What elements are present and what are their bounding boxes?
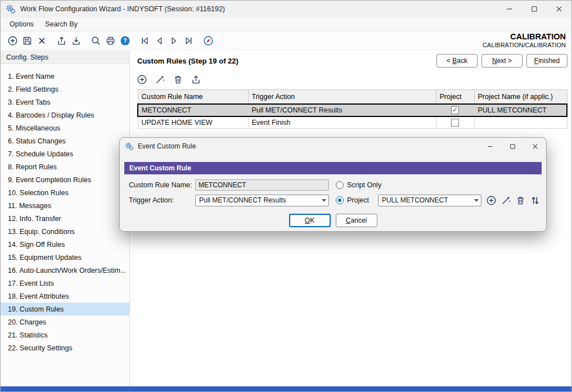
project-option[interactable]: Project: [336, 196, 369, 204]
compass-icon: [203, 35, 214, 46]
compass-button[interactable]: [201, 33, 215, 48]
dialog-minimize-button[interactable]: [479, 138, 501, 155]
grid-add-button[interactable]: [135, 73, 148, 86]
grid-edit-button[interactable]: [153, 73, 166, 86]
trigger-action-label: Trigger Action:: [129, 196, 195, 204]
add-button[interactable]: [5, 33, 20, 48]
sidebar-item-miscellaneous[interactable]: 5. Miscellaneous: [1, 121, 129, 134]
project-checkbox[interactable]: [451, 119, 459, 127]
project-name-combo[interactable]: PULL METCONNECT: [378, 195, 481, 206]
column-header-trigger-action[interactable]: Trigger Action: [248, 90, 436, 104]
project-checkbox[interactable]: [451, 106, 459, 114]
cell-project-name: PULL METCONNECT: [474, 104, 567, 116]
close-icon: [532, 143, 538, 150]
cell-custom-rule-name: UPDATE HOME VIEW: [138, 116, 248, 129]
workflow-subtitle: CALIBRATION/CALIBRATION: [483, 42, 566, 49]
dialog-maximize-button[interactable]: [501, 138, 524, 155]
project-name-value: PULL METCONNECT: [382, 196, 471, 204]
sidebar-item-status-changes[interactable]: 6. Status Changes: [1, 134, 129, 147]
table-row[interactable]: METCONNECT Pull MET/CONNECT Results PULL…: [138, 104, 567, 116]
project-radio[interactable]: [336, 196, 344, 204]
next-button[interactable]: Next >: [481, 54, 523, 67]
toolbar: CALIBRATION CALIBRATION/CALIBRATION: [1, 31, 571, 50]
menu-item-options[interactable]: Options: [4, 19, 39, 30]
save-button[interactable]: [20, 33, 34, 48]
add-icon: [137, 74, 147, 85]
ok-button[interactable]: OK: [289, 214, 331, 227]
wizard-buttons: < Back Next > Finished: [436, 54, 568, 67]
minimize-button[interactable]: [497, 1, 522, 17]
add-icon: [486, 195, 497, 206]
cell-project: [436, 116, 474, 129]
trash-icon: [173, 74, 183, 85]
sidebar-item-schedule-updates[interactable]: 7. Schedule Updates: [1, 147, 129, 160]
sidebar-item-messages[interactable]: 11. Messages: [1, 199, 129, 212]
sidebar-item-statistics[interactable]: 21. Statistics: [1, 328, 129, 341]
custom-rules-table: Custom Rule Name Trigger Action Project …: [137, 89, 568, 129]
script-only-radio[interactable]: [336, 181, 344, 189]
save-icon: [22, 35, 33, 46]
grid-export-button[interactable]: [189, 73, 202, 86]
nav-first-button[interactable]: [137, 33, 152, 48]
maximize-button[interactable]: [522, 1, 547, 17]
dialog-delete-button[interactable]: [514, 193, 527, 207]
import-button[interactable]: [69, 33, 83, 48]
menu-item-search-by[interactable]: Search By: [39, 19, 83, 30]
table-row[interactable]: UPDATE HOME VIEW Event Finish: [138, 116, 567, 129]
cancel-button[interactable]: Cancel: [336, 214, 377, 227]
delete-button[interactable]: [34, 33, 49, 48]
sidebar-item-selection-rules[interactable]: 10. Selection Rules: [1, 186, 129, 199]
dialog-reorder-button[interactable]: [529, 193, 542, 207]
table-header-row: Custom Rule Name Trigger Action Project …: [138, 90, 567, 104]
nav-last-icon: [183, 35, 194, 46]
sidebar-item-auto-launch-work-orders[interactable]: 16. Auto-Launch/Work Orders/Estim...: [1, 264, 129, 277]
column-header-project-name[interactable]: Project Name (if applic.): [474, 90, 567, 104]
trigger-action-combo[interactable]: Pull MET/CONNECT Results: [195, 195, 329, 206]
sidebar-item-equip-conditions[interactable]: 13. Equip. Conditions: [1, 225, 129, 238]
help-icon: [120, 35, 130, 46]
sidebar-item-barcodes-display-rules[interactable]: 4. Barcodes / Display Rules: [1, 109, 129, 121]
custom-rule-name-field[interactable]: [195, 179, 329, 191]
dialog-title-bar: Event Custom Rule: [120, 138, 546, 155]
export-button[interactable]: [54, 33, 69, 48]
dialog-edit-button[interactable]: [499, 193, 512, 207]
sidebar-item-event-tabs[interactable]: 3. Event Tabs: [1, 96, 129, 109]
column-header-project[interactable]: Project: [436, 90, 474, 104]
edit-wand-icon: [155, 74, 165, 85]
menu-bar: Options Search By: [1, 17, 571, 31]
print-button[interactable]: [103, 33, 118, 48]
finished-button[interactable]: Finished: [526, 54, 568, 67]
back-button[interactable]: < Back: [436, 54, 478, 67]
search-button[interactable]: [88, 33, 103, 48]
dialog-add-button[interactable]: [485, 193, 498, 207]
sidebar-item-event-name[interactable]: 1. Event Name: [1, 70, 129, 83]
export-icon: [56, 35, 67, 46]
custom-rule-name-row: Custom Rule Name: Script Only: [129, 179, 542, 191]
column-header-custom-rule-name[interactable]: Custom Rule Name: [138, 90, 248, 104]
sidebar-item-security-settings[interactable]: 22. Security Settings: [1, 341, 129, 354]
content-header: Custom Rules (Step 19 of 22) < Back Next…: [137, 54, 568, 67]
cell-trigger-action: Pull MET/CONNECT Results: [248, 104, 436, 116]
sidebar-item-event-lists[interactable]: 17. Event Lists: [1, 277, 129, 290]
sidebar-item-sign-off-rules[interactable]: 14. Sign Off Rules: [1, 238, 129, 251]
sidebar-item-report-rules[interactable]: 8. Report Rules: [1, 160, 129, 173]
dialog-window-controls: [479, 138, 546, 155]
sidebar-item-info-transfer[interactable]: 12. Info. Transfer: [1, 212, 129, 225]
sidebar-item-event-completion-rules[interactable]: 9. Event Completion Rules: [1, 173, 129, 186]
nav-next-button[interactable]: [166, 33, 181, 48]
sidebar-item-charges[interactable]: 20. Charges: [1, 316, 129, 328]
nav-last-button[interactable]: [181, 33, 196, 48]
dialog-close-button[interactable]: [524, 138, 546, 155]
script-only-option[interactable]: Script Only: [336, 181, 381, 189]
help-button[interactable]: [118, 33, 132, 48]
grid-delete-button[interactable]: [171, 73, 184, 86]
sidebar-item-custom-rules[interactable]: 19. Custom Rules: [1, 303, 129, 316]
dialog-icon-buttons: [485, 193, 542, 207]
nav-previous-button[interactable]: [152, 33, 166, 48]
sidebar-item-event-attributes[interactable]: 18. Event Attributes: [1, 290, 129, 303]
sidebar-item-field-settings[interactable]: 2. Field Settings: [1, 83, 129, 96]
edit-wand-icon: [501, 195, 511, 206]
sidebar-item-equipment-updates[interactable]: 15. Equipment Updates: [1, 251, 129, 264]
close-button[interactable]: [547, 1, 571, 17]
minimize-icon: [506, 6, 513, 12]
